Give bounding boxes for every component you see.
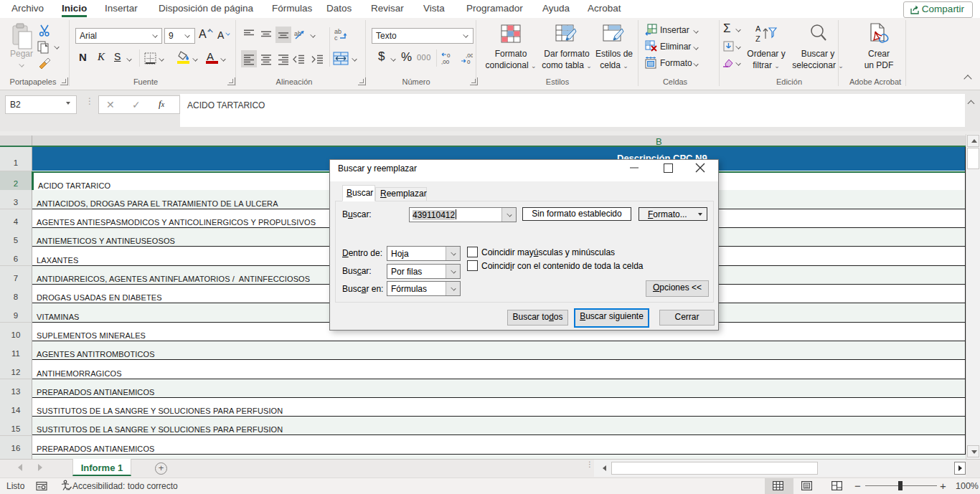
svg-text:Z: Z [755,34,760,43]
svg-text:0: 0 [447,52,451,59]
svg-text:0: 0 [467,59,471,65]
svg-text:,00: ,00 [441,59,450,65]
svg-text:,00: ,00 [466,52,473,59]
svg-text:A: A [755,24,761,33]
svg-text:c: c [334,34,338,42]
